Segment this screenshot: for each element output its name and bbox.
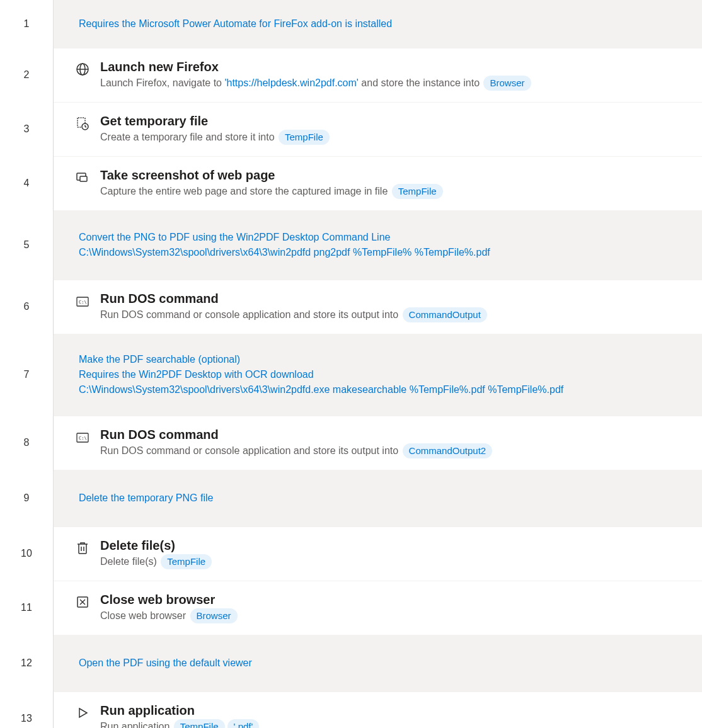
screenshot-icon (75, 170, 90, 185)
svg-text:C:\: C:\ (79, 436, 87, 441)
action-step[interactable]: Launch new FirefoxLaunch Firefox, naviga… (54, 48, 702, 102)
line-number: 6 (0, 280, 53, 334)
comment-text: Delete the temporary PNG file (75, 486, 217, 511)
action-row: Close web browserClose web browser Brows… (75, 585, 702, 632)
literal-pill: '.pdf' (227, 719, 260, 728)
action-content: Run applicationRun application TempFile'… (100, 703, 702, 728)
comment-step[interactable]: Delete the temporary PNG file (54, 470, 702, 526)
description-text: Capture the entire web page and store th… (100, 186, 391, 196)
url-text: 'https://helpdesk.win2pdf.com' (224, 77, 358, 88)
close-box-icon (75, 594, 90, 610)
action-content: Launch new FirefoxLaunch Firefox, naviga… (100, 60, 702, 91)
dos-icon: C:\ (75, 429, 90, 445)
action-description: Delete file(s) TempFile (100, 556, 213, 567)
action-row: Get temporary fileCreate a temporary fil… (75, 106, 702, 153)
action-title: Run application (100, 703, 702, 718)
description-text: Run application (100, 721, 173, 728)
variable-pill[interactable]: CommandOutput (403, 307, 487, 323)
line-number: 13 (0, 691, 53, 728)
svg-marker-18 (79, 708, 87, 717)
variable-pill[interactable]: TempFile (174, 719, 225, 728)
description-text: Close web browser (100, 610, 189, 621)
action-step[interactable]: Delete file(s)Delete file(s) TempFile (54, 526, 702, 581)
line-number: 8 (0, 416, 53, 470)
line-number-gutter: 12345678910111213 (0, 0, 54, 728)
action-row: C:\Run DOS commandRun DOS command or con… (75, 284, 702, 331)
trash-icon (75, 540, 90, 555)
action-row: Run applicationRun application TempFile'… (75, 696, 702, 728)
variable-pill[interactable]: Browser (483, 76, 531, 91)
action-content: Take screenshot of web pageCapture the e… (100, 168, 702, 200)
action-description: Run DOS command or console application a… (100, 309, 488, 320)
play-icon (75, 705, 90, 720)
line-number: 1 (0, 0, 53, 48)
action-content: Run DOS commandRun DOS command or consol… (100, 292, 702, 323)
dos-icon: C:\ (75, 293, 90, 309)
action-title: Run DOS command (100, 428, 702, 442)
comment-text: Make the PDF searchable (optional)Requir… (75, 347, 567, 402)
comment-step[interactable]: Open the PDF using the default viewer (54, 635, 702, 691)
action-description: Capture the entire web page and store th… (100, 186, 444, 196)
action-row: Delete file(s)Delete file(s) TempFile (75, 531, 702, 577)
action-step[interactable]: C:\Run DOS commandRun DOS command or con… (54, 280, 702, 334)
action-row: Take screenshot of web pageCapture the e… (75, 161, 702, 207)
action-title: Take screenshot of web page (100, 168, 702, 183)
line-number: 12 (0, 635, 53, 691)
action-title: Run DOS command (100, 292, 702, 306)
variable-pill[interactable]: TempFile (161, 554, 212, 570)
action-content: Get temporary fileCreate a temporary fil… (100, 114, 702, 145)
action-content: Close web browserClose web browser Brows… (100, 593, 702, 624)
action-title: Delete file(s) (100, 538, 702, 553)
line-number: 11 (0, 581, 53, 635)
variable-pill[interactable]: TempFile (392, 184, 443, 200)
action-description: Create a temporary file and store it int… (100, 132, 331, 142)
comment-text: Convert the PNG to PDF using the Win2PDF… (75, 225, 494, 265)
steps-list: Requires the Microsoft Power Automate fo… (54, 0, 702, 728)
svg-rect-8 (80, 176, 87, 181)
description-text: Launch Firefox, navigate to (100, 77, 224, 88)
variable-pill[interactable]: CommandOutput2 (403, 443, 493, 459)
line-number: 10 (0, 526, 53, 581)
line-number: 4 (0, 156, 53, 210)
description-text: and store the instance into (359, 77, 483, 88)
comment-text: Requires the Microsoft Power Automate fo… (75, 11, 396, 37)
line-number: 9 (0, 470, 53, 526)
action-step[interactable]: Run applicationRun application TempFile'… (54, 691, 702, 728)
action-content: Delete file(s)Delete file(s) TempFile (100, 538, 702, 570)
description-text: Run DOS command or console application a… (100, 309, 401, 320)
action-title: Get temporary file (100, 114, 702, 128)
action-description: Close web browser Browser (100, 610, 239, 621)
action-title: Launch new Firefox (100, 60, 702, 74)
action-step[interactable]: Close web browserClose web browser Brows… (54, 581, 702, 635)
action-description: Launch Firefox, navigate to 'https://hel… (100, 77, 532, 88)
action-step[interactable]: Take screenshot of web pageCapture the e… (54, 156, 702, 210)
comment-text: Open the PDF using the default viewer (75, 651, 256, 676)
svg-text:C:\: C:\ (79, 300, 87, 305)
variable-pill[interactable]: TempFile (279, 130, 330, 145)
flow-container: 12345678910111213 Requires the Microsoft… (0, 0, 702, 728)
comment-step[interactable]: Requires the Microsoft Power Automate fo… (54, 0, 702, 48)
action-title: Close web browser (100, 593, 702, 607)
description-text: Delete file(s) (100, 556, 159, 567)
globe-icon (75, 62, 90, 77)
svg-line-6 (85, 127, 86, 127)
variable-pill[interactable]: Browser (190, 608, 238, 624)
action-description: Run application TempFile'.pdf' (100, 721, 260, 728)
comment-step[interactable]: Make the PDF searchable (optional)Requir… (54, 334, 702, 416)
action-row: C:\Run DOS commandRun DOS command or con… (75, 420, 702, 467)
action-step[interactable]: Get temporary fileCreate a temporary fil… (54, 102, 702, 156)
line-number: 3 (0, 102, 53, 156)
action-description: Run DOS command or console application a… (100, 445, 493, 456)
action-row: Launch new FirefoxLaunch Firefox, naviga… (75, 52, 702, 99)
description-text: Create a temporary file and store it int… (100, 132, 277, 142)
action-step[interactable]: C:\Run DOS commandRun DOS command or con… (54, 416, 702, 470)
line-number: 2 (0, 48, 53, 102)
line-number: 5 (0, 210, 53, 280)
comment-step[interactable]: Convert the PNG to PDF using the Win2PDF… (54, 210, 702, 280)
file-clock-icon (75, 116, 90, 131)
description-text: Run DOS command or console application a… (100, 445, 401, 456)
line-number: 7 (0, 334, 53, 416)
action-content: Run DOS commandRun DOS command or consol… (100, 428, 702, 459)
